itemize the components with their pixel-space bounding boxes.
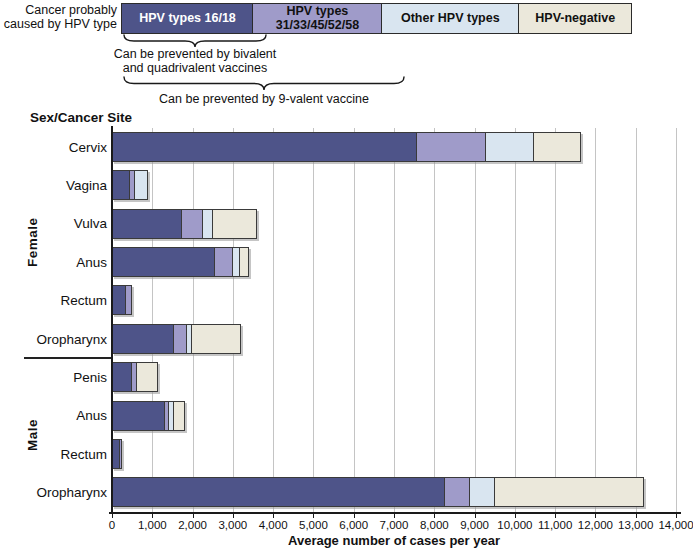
row-label-female-vulva: Vulva: [0, 205, 107, 243]
bar-female-cervix: [112, 132, 581, 162]
bar-segment-hpv-negative: [495, 478, 643, 506]
bar-segment-other-hpv-types: [135, 171, 148, 199]
tickmark-5000: [313, 514, 314, 518]
bar-male-rectum: [112, 439, 122, 469]
bar-segment-hpv-types-16-18: [113, 171, 130, 199]
row-label-male-oropharynx: Oropharynx: [0, 474, 107, 512]
bar-segment-hpv-types-16-18: [113, 286, 126, 314]
bar-segment-hpv-types-16-18: [113, 248, 215, 276]
legend-item-hpv-types-16-18: HPV types 16/18: [121, 3, 254, 34]
bar-segment-other-hpv-types: [486, 133, 535, 161]
hpv-cancer-figure: Cancer probably caused by HPV type HPV t…: [0, 0, 693, 552]
bar-segment-hpv-types-16-18: [113, 402, 165, 430]
gridline-9000: [475, 128, 476, 512]
gridline-10000: [515, 128, 516, 512]
gridline-6000: [354, 128, 355, 512]
row-label-female-cervix: Cervix: [0, 128, 107, 166]
tickmark-10000: [515, 514, 516, 518]
tickmark-4000: [273, 514, 274, 518]
gridline-11000: [555, 128, 556, 512]
bar-segment-hpv-types-31-33-45-52-58: [182, 210, 202, 238]
gridline-1000: [152, 128, 153, 512]
gridline-14000: [676, 128, 677, 512]
bar-segment-hpv-types-31-33-45-52-58: [120, 440, 121, 468]
bar-male-oropharynx: [112, 477, 644, 507]
legend-caption: Cancer probably caused by HPV type: [0, 4, 117, 31]
tickmark-2000: [193, 514, 194, 518]
legend-item-hpv-negative: HPV-negative: [518, 3, 632, 34]
tickmark-1000: [152, 514, 153, 518]
bar-segment-hpv-negative: [192, 325, 240, 353]
bar-segment-hpv-types-16-18: [113, 210, 182, 238]
row-label-male-anus: Anus: [0, 397, 107, 435]
bar-segment-hpv-types-31-33-45-52-58: [417, 133, 486, 161]
bar-segment-hpv-types-16-18: [113, 478, 445, 506]
bar-segment-hpv-types-16-18: [113, 325, 174, 353]
bar-segment-other-hpv-types: [470, 478, 495, 506]
tickmark-12000: [595, 514, 596, 518]
legend: HPV types 16/18HPV types 31/33/45/52/58O…: [121, 3, 635, 34]
chart-title: Sex/Cancer Site: [30, 110, 132, 125]
bar-segment-hpv-types-31-33-45-52-58: [445, 478, 470, 506]
bar-segment-other-hpv-types: [203, 210, 214, 238]
gridline-3000: [233, 128, 234, 512]
bar-segment-hpv-negative: [174, 402, 183, 430]
brace-9-valent-label: Can be prevented by 9-valent vaccine: [114, 92, 414, 106]
row-label-female-anus: Anus: [0, 243, 107, 281]
brace-bivalent-quadrivalent: [123, 34, 269, 48]
bar-segment-hpv-types-16-18: [113, 133, 417, 161]
tickmark-8000: [434, 514, 435, 518]
bar-male-penis: [112, 362, 158, 392]
bar-segment-hpv-negative: [213, 210, 256, 238]
bar-female-vulva: [112, 209, 257, 239]
tickmark-0: [112, 514, 113, 518]
bar-segment-hpv-negative: [534, 133, 580, 161]
legend-item-hpv-types-31-33-45-52-58: HPV types 31/33/45/52/58: [252, 3, 382, 34]
row-label-male-rectum: Rectum: [0, 435, 107, 473]
bar-segment-other-hpv-types: [233, 248, 240, 276]
gridline-13000: [636, 128, 637, 512]
bar-segment-hpv-types-31-33-45-52-58: [126, 286, 131, 314]
tickmark-7000: [394, 514, 395, 518]
tickmark-13000: [636, 514, 637, 518]
gridline-4000: [273, 128, 274, 512]
row-label-female-rectum: Rectum: [0, 282, 107, 320]
brace-9-valent: [123, 76, 407, 91]
x-axis-ticks: 01,0002,0003,0004,0005,0006,0007,0008,00…: [112, 514, 676, 534]
gridline-2000: [193, 128, 194, 512]
tickmark-14000: [676, 514, 677, 518]
bar-female-anus: [112, 247, 249, 277]
tickmark-3000: [233, 514, 234, 518]
bar-segment-hpv-types-31-33-45-52-58: [215, 248, 233, 276]
bar-segment-hpv-negative: [240, 248, 248, 276]
tickmark-6000: [354, 514, 355, 518]
legend-item-other-hpv-types: Other HPV types: [381, 3, 520, 34]
bar-female-rectum: [112, 285, 132, 315]
plot-area: [112, 128, 676, 512]
tick-label-14000: 14,000: [646, 519, 693, 531]
row-label-female-oropharynx: Oropharynx: [0, 320, 107, 358]
bar-female-oropharynx: [112, 324, 241, 354]
bar-segment-hpv-types-16-18: [113, 363, 132, 391]
brace-bivalent-quadrivalent-label: Can be prevented by bivalent and quadriv…: [95, 47, 295, 75]
bar-male-anus: [112, 401, 185, 431]
gridline-7000: [394, 128, 395, 512]
bar-segment-hpv-types-31-33-45-52-58: [174, 325, 187, 353]
gridline-12000: [595, 128, 596, 512]
row-label-male-penis: Penis: [0, 358, 107, 396]
tickmark-11000: [555, 514, 556, 518]
bar-segment-hpv-types-16-18: [113, 440, 120, 468]
x-axis-line: [109, 512, 681, 514]
row-label-female-vagina: Vagina: [0, 166, 107, 204]
gridline-5000: [313, 128, 314, 512]
bar-female-vagina: [112, 170, 148, 200]
tickmark-9000: [475, 514, 476, 518]
bar-segment-hpv-negative: [137, 363, 157, 391]
y-axis-line: [111, 126, 113, 514]
x-axis-title: Average number of cases per year: [112, 533, 676, 548]
gridline-8000: [434, 128, 435, 512]
